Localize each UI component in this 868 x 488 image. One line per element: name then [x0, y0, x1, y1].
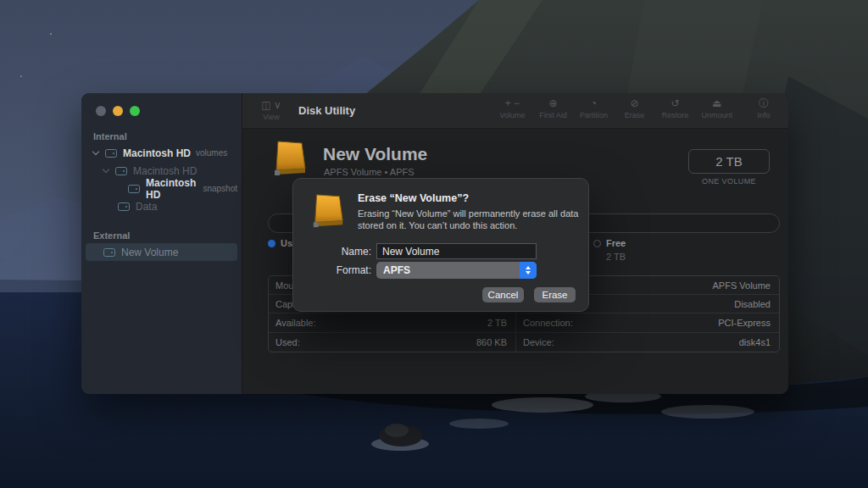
sidebar: Internal Macintosh HD volumes Macintosh … — [81, 93, 242, 394]
sidebar-section-title: External — [81, 227, 242, 243]
popup-stepper-icon[interactable] — [520, 262, 537, 279]
sidebar-item-label: New Volume — [121, 247, 178, 258]
external-drive-icon — [307, 193, 349, 230]
legend-free: Free — [593, 238, 626, 248]
volume-subtitle: APFS Volume • APFS — [324, 167, 415, 177]
table-row: Used: 860 KB — [269, 333, 515, 352]
size-caption: ONE VOLUME — [688, 177, 770, 186]
total-size-badge: 2 TB — [688, 149, 770, 174]
dialog-message: Erasing “New Volume” will permanently er… — [358, 208, 580, 231]
add-remove-volume-icon: + − — [505, 97, 520, 109]
window-title: Disk Utility — [298, 104, 355, 117]
table-row: Device: disk4s1 — [516, 333, 779, 352]
used-dot-icon — [268, 240, 275, 247]
chevron-down-icon[interactable] — [103, 166, 109, 173]
minimize-button[interactable] — [113, 106, 123, 116]
volume-title: New Volume — [323, 144, 427, 164]
sidebar-section-internal: Internal Macintosh HD volumes Macintosh … — [81, 128, 242, 215]
erase-toolbar-button[interactable]: ⊘ Erase — [620, 97, 648, 119]
toolbar: ◫ ∨ View Disk Utility + − Volume ⊕ First… — [242, 93, 788, 129]
drive-icon — [128, 185, 140, 193]
sidebar-item-badge: snapshot — [203, 184, 237, 193]
sidebar-section-title: Internal — [81, 128, 242, 144]
sidebar-item-badge: volumes — [196, 148, 227, 158]
sidebar-item-new-volume[interactable]: New Volume — [86, 243, 237, 261]
view-button[interactable]: ◫ ∨ View — [254, 100, 288, 121]
toolbar-buttons: + − Volume ⊕ First Aid ◔ Partition ⊘ Era… — [498, 97, 732, 119]
name-label: Name: — [320, 246, 371, 258]
sidebar-item-macintosh-hd-snapshot[interactable]: Macintosh HD snapshot — [86, 180, 237, 197]
format-label: Format: — [320, 264, 371, 276]
zoom-button[interactable] — [130, 106, 140, 116]
external-drive-icon — [268, 140, 312, 179]
erase-button[interactable]: Erase — [534, 287, 576, 302]
view-icon: ◫ ∨ — [261, 100, 281, 111]
partition-button[interactable]: ◔ Partition — [579, 97, 608, 119]
drive-icon — [115, 167, 127, 175]
sidebar-item-data[interactable]: Data — [86, 197, 237, 215]
volume-button[interactable]: + − Volume — [498, 97, 526, 119]
sidebar-item-label: Macintosh HD — [123, 147, 191, 159]
partition-icon: ◔ — [591, 97, 597, 109]
sidebar-item-label: Macintosh HD — [133, 165, 197, 177]
legend-free-value: 2 TB — [606, 252, 626, 262]
drive-icon — [103, 248, 115, 257]
sidebar-item-macintosh-hd-container[interactable]: Macintosh HD volumes — [86, 144, 237, 162]
cancel-button[interactable]: Cancel — [482, 287, 524, 302]
free-ring-icon — [593, 240, 601, 247]
info-icon: ⓘ — [759, 97, 769, 109]
erase-dialog: Erase “New Volume”? Erasing “New Volume”… — [292, 178, 589, 312]
restore-icon: ↺ — [670, 97, 679, 109]
unmount-icon: ⏏ — [712, 97, 721, 109]
window-controls — [81, 93, 242, 116]
format-select[interactable]: APFS — [376, 262, 537, 279]
first-aid-button[interactable]: ⊕ First Aid — [538, 97, 567, 119]
chevron-down-icon[interactable] — [92, 148, 99, 155]
first-aid-icon: ⊕ — [548, 97, 557, 109]
info-button[interactable]: ⓘ Info — [749, 97, 778, 119]
sidebar-section-external: External New Volume — [81, 227, 242, 261]
drive-icon — [105, 149, 117, 158]
table-row: Available: 2 TB — [269, 313, 515, 332]
close-button[interactable] — [96, 106, 106, 116]
table-row: Connection: PCI-Express — [516, 313, 779, 332]
drive-icon — [118, 202, 130, 211]
erase-icon: ⊘ — [630, 97, 638, 109]
desktop: Internal Macintosh HD volumes Macintosh … — [0, 0, 868, 488]
name-input[interactable]: New Volume — [376, 243, 537, 259]
dialog-title: Erase “New Volume”? — [358, 192, 469, 204]
unmount-button[interactable]: ⏏ Unmount — [701, 97, 732, 119]
restore-button[interactable]: ↺ Restore — [660, 97, 689, 119]
sidebar-item-label: Data — [136, 201, 157, 213]
